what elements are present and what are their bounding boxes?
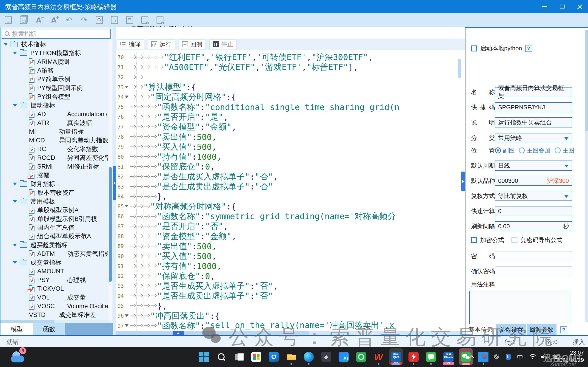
tray-tray-app-gray-icon[interactable] [493, 353, 500, 360]
code-area[interactable]: 70"红利ETF",'银行ETF','可转债ETF',"沪深300ETF",71… [116, 50, 465, 358]
taskbar-task-view-icon[interactable] [232, 348, 246, 365]
expand-arrow-icon[interactable] [13, 244, 17, 246]
fold-marker-icon[interactable] [125, 205, 128, 207]
font-increase-icon[interactable]: A+ [49, 15, 59, 25]
formula-settings-2-icon[interactable] [155, 15, 165, 25]
code-line[interactable]: 73"算法模型":{ [116, 82, 465, 92]
taskbar-store-icon[interactable] [250, 348, 263, 365]
tree-item[interactable]: v单股模型示例B引用模 [0, 215, 108, 223]
tray-chevron-up-icon[interactable] [469, 353, 476, 360]
expand-arrow-icon[interactable] [13, 104, 17, 107]
tree-item[interactable]: vPSY心理线 [0, 275, 108, 284]
fold-marker-icon[interactable] [125, 324, 128, 327]
code-line[interactable]: 82"是否生成买入虚拟单子":"否", [116, 172, 465, 182]
tree-item[interactable]: 常用模板 [0, 197, 108, 206]
taskbar-wps-icon[interactable]: W [372, 348, 385, 365]
code-line[interactable]: 90"买入值":500, [116, 251, 465, 261]
taskbar-search-icon[interactable] [215, 348, 228, 365]
tree-item[interactable]: vADAccumulation or [0, 110, 108, 118]
taskbar-chat-green-icon[interactable] [424, 348, 438, 365]
shortcut-input[interactable]: SPGPRNSFJYKJ [495, 102, 572, 112]
taskbar-app-green-icon[interactable] [354, 348, 368, 365]
tree-item[interactable]: MI动量指标 [0, 127, 108, 136]
tree-item[interactable]: 超买超卖指标 [0, 241, 108, 250]
code-line[interactable]: 86"函数名称":"symmetric_grid_trading(name='对… [116, 211, 465, 221]
tab-basic-info[interactable]: 基本信息 [466, 324, 496, 335]
export-icon[interactable] [110, 15, 119, 25]
sidebar-vertical-scrollbar[interactable] [109, 39, 112, 320]
taskbar-start-icon[interactable] [197, 348, 211, 365]
tab-parameter-settings[interactable]: 参数设置 [496, 324, 526, 335]
close-button[interactable]: × [571, 0, 588, 13]
code-line[interactable]: 87"是否开启":"否", [116, 221, 465, 231]
code-line[interactable]: 71"A500ETF","光伏ETF",'游戏ETF',"标普ETF"], [116, 62, 465, 72]
tree-item[interactable]: vVOL成交量 [0, 293, 108, 302]
tabs-help-icon[interactable]: ? [560, 326, 567, 333]
refresh-input[interactable]: 0.00 秒 [495, 221, 572, 231]
tree-item[interactable]: 财务指标 [0, 180, 108, 188]
tab-function[interactable]: 函数 [33, 323, 66, 335]
code-line[interactable]: 88"资金模型":"金额", [116, 231, 465, 241]
code-line[interactable]: 72 [116, 72, 465, 82]
weather-widget[interactable]: 6 [11, 349, 28, 365]
tree-item[interactable]: v单股模型示例A [0, 206, 108, 215]
undo-icon[interactable]: ↶ [64, 15, 74, 25]
backtest-button[interactable]: 回测 [179, 40, 206, 49]
tree-item[interactable]: PPY组合模型 [0, 92, 108, 101]
tree-item[interactable]: vAMOUNT [0, 267, 108, 275]
compile-button[interactable]: 编译 [117, 40, 144, 49]
tree-item[interactable]: vATR真实波幅 [0, 118, 108, 127]
tree-item[interactable]: PPY模型回测示例 [0, 83, 108, 92]
run-button[interactable]: 运行 [148, 40, 175, 49]
editor-scroll-indicator[interactable] [173, 331, 184, 335]
category-select[interactable]: 常用策略 [495, 133, 572, 143]
tree-item[interactable]: v涨幅 [0, 171, 108, 180]
code-line[interactable]: 96"冲高回落卖出":{ [116, 311, 465, 321]
inspector-scroll-thumb[interactable] [585, 30, 588, 131]
quick-calc-input[interactable]: 0 [495, 206, 572, 216]
maximize-button[interactable] [554, 0, 571, 13]
code-line[interactable]: 95}, [116, 301, 465, 311]
font-decrease-icon[interactable]: A− [34, 15, 44, 25]
formula-settings-icon[interactable] [140, 15, 150, 25]
password-input[interactable] [495, 251, 572, 261]
redo-icon[interactable]: ↷ [79, 15, 89, 25]
tree-item[interactable]: v组合模型单股示范A [0, 232, 108, 241]
tree-item[interactable]: MICD异同离差动力指数 [0, 136, 108, 145]
tray-tray-app-color-icon[interactable] [481, 353, 488, 360]
stop-button[interactable]: 停止 [209, 40, 237, 49]
sidebar-hscroll-thumb[interactable] [0, 320, 54, 323]
tree-item[interactable]: vTICKVOL [0, 284, 108, 293]
tree-item[interactable]: vADTM动态买卖气指标 [0, 250, 108, 258]
expand-arrow-icon[interactable] [13, 261, 17, 264]
fold-marker-icon[interactable] [125, 314, 128, 317]
script-list-icon[interactable] [125, 15, 135, 25]
sidebar-collapse-handle[interactable] [113, 166, 116, 200]
tree-item[interactable]: 成交量指标 [0, 258, 108, 267]
code-line[interactable]: 78"卖出值":500, [116, 132, 465, 142]
sidebar-scroll-thumb[interactable] [109, 167, 112, 282]
sidebar-horizontal-scrollbar[interactable] [0, 320, 109, 323]
taskbar-app-ai-icon[interactable]: AI [337, 348, 350, 365]
symbol-input[interactable]: 000300 沪深300 [495, 176, 572, 186]
code-line[interactable]: 97"函数名称":"sell_on_the_rally(name='冲高回落卖出… [116, 321, 465, 331]
code-line[interactable]: 93"是否生成买入虚拟单子":"否", [116, 281, 465, 291]
tray-ime-icon[interactable]: 中 [517, 353, 524, 360]
taskbar-ptrade-icon[interactable]: 国金PTradeVIP [442, 348, 455, 365]
code-line[interactable]: 70"红利ETF",'银行ETF','可转债ETF',"沪深300ETF", [116, 52, 465, 62]
name-input[interactable]: 索普高频日内算法交易框架 [495, 87, 572, 97]
fold-marker-icon[interactable] [125, 96, 128, 98]
expand-arrow-icon[interactable] [4, 43, 8, 46]
tray-tray-app-blue-icon[interactable]: L [505, 353, 512, 360]
adjust-select[interactable]: 等比前复权 [495, 191, 572, 201]
tree-item[interactable]: v国内生产总值 [0, 223, 108, 232]
code-line[interactable]: 83"是否生成卖出虚拟单子":"否" [116, 182, 465, 192]
code-line[interactable]: 92"保留底仓":0, [116, 271, 465, 281]
code-line[interactable]: 91"持有值":1000, [116, 261, 465, 271]
code-line[interactable]: 75"函数名称":"conditional_single_time_sharin… [116, 102, 465, 112]
tree-item[interactable]: PYTHON模型指标 [0, 49, 108, 58]
taskbar-qmt-icon[interactable]: 国金QMTVIP [389, 348, 403, 365]
tab-backtest-parameters[interactable]: 回测参数 [526, 324, 556, 335]
export-password-checkbox[interactable] [511, 237, 517, 243]
taskbar-app-red-icon[interactable] [407, 348, 420, 365]
